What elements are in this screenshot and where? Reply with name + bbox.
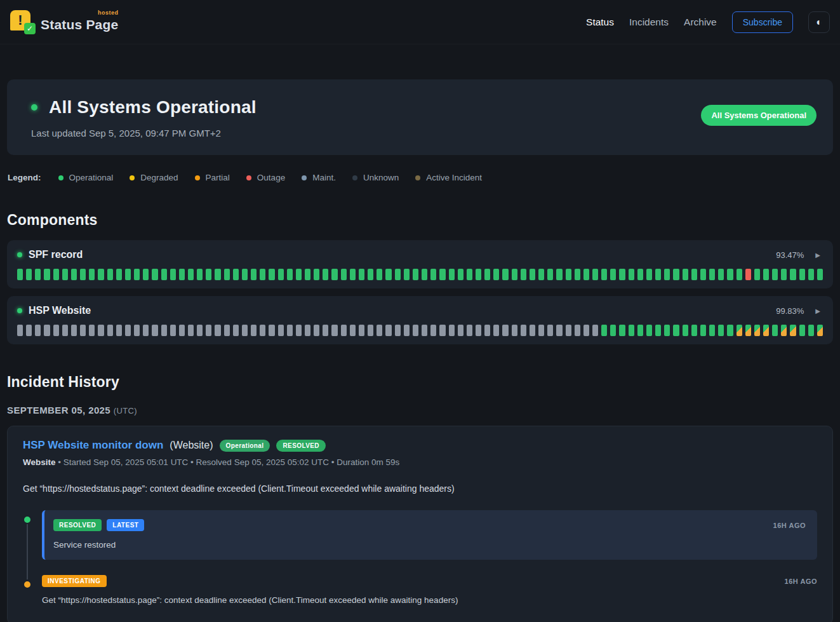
- uptime-bar[interactable]: [547, 269, 553, 280]
- uptime-bar[interactable]: [179, 325, 185, 336]
- uptime-bar[interactable]: [575, 325, 580, 336]
- uptime-bar[interactable]: [718, 269, 724, 280]
- uptime-bar[interactable]: [242, 269, 248, 280]
- uptime-bar[interactable]: [727, 269, 733, 280]
- uptime-bar[interactable]: [278, 325, 284, 336]
- uptime-bar[interactable]: [323, 325, 328, 336]
- uptime-bar[interactable]: [197, 325, 203, 336]
- uptime-bar[interactable]: [754, 325, 760, 336]
- uptime-bar[interactable]: [476, 269, 481, 280]
- uptime-bar[interactable]: [700, 325, 706, 336]
- uptime-bar[interactable]: [395, 325, 401, 336]
- uptime-bar[interactable]: [341, 269, 347, 280]
- uptime-bar[interactable]: [691, 269, 697, 280]
- nav-link-incidents[interactable]: Incidents: [629, 17, 669, 28]
- uptime-bar[interactable]: [404, 325, 410, 336]
- uptime-bar[interactable]: [655, 325, 661, 336]
- uptime-bar[interactable]: [143, 269, 149, 280]
- uptime-bar[interactable]: [242, 325, 248, 336]
- uptime-bar[interactable]: [655, 269, 661, 280]
- uptime-bar[interactable]: [251, 325, 257, 336]
- uptime-bar[interactable]: [404, 269, 410, 280]
- uptime-bar[interactable]: [89, 325, 95, 336]
- theme-toggle-button[interactable]: ◐: [808, 11, 830, 33]
- uptime-bar[interactable]: [17, 269, 23, 280]
- uptime-bar[interactable]: [278, 269, 284, 280]
- uptime-bar[interactable]: [646, 269, 652, 280]
- uptime-bar[interactable]: [287, 325, 293, 336]
- uptime-bar[interactable]: [754, 269, 760, 280]
- uptime-bar[interactable]: [467, 325, 472, 336]
- uptime-bar[interactable]: [449, 325, 455, 336]
- uptime-bar[interactable]: [188, 269, 194, 280]
- uptime-bar[interactable]: [385, 269, 391, 280]
- uptime-bar[interactable]: [592, 325, 598, 336]
- uptime-bar[interactable]: [422, 269, 427, 280]
- uptime-bar[interactable]: [610, 325, 616, 336]
- uptime-bar[interactable]: [521, 325, 526, 336]
- uptime-bar[interactable]: [799, 269, 805, 280]
- uptime-bar[interactable]: [637, 325, 643, 336]
- uptime-bar[interactable]: [763, 269, 769, 280]
- uptime-bar[interactable]: [179, 269, 185, 280]
- uptime-bar[interactable]: [26, 325, 32, 336]
- uptime-bar[interactable]: [152, 269, 157, 280]
- uptime-bar[interactable]: [359, 269, 364, 280]
- uptime-bar[interactable]: [610, 269, 616, 280]
- nav-link-status[interactable]: Status: [586, 17, 614, 28]
- uptime-bar[interactable]: [215, 269, 220, 280]
- uptime-bar[interactable]: [224, 325, 230, 336]
- uptime-bar[interactable]: [530, 325, 535, 336]
- uptime-bar[interactable]: [737, 269, 742, 280]
- uptime-bar[interactable]: [377, 325, 382, 336]
- uptime-bar[interactable]: [691, 325, 697, 336]
- uptime-bar[interactable]: [413, 325, 418, 336]
- uptime-bar[interactable]: [98, 325, 103, 336]
- uptime-bar[interactable]: [601, 269, 607, 280]
- uptime-bar[interactable]: [116, 325, 122, 336]
- uptime-bar[interactable]: [566, 269, 571, 280]
- uptime-bar[interactable]: [566, 325, 571, 336]
- uptime-bar[interactable]: [296, 325, 302, 336]
- uptime-bar[interactable]: [35, 269, 41, 280]
- uptime-bar[interactable]: [808, 269, 814, 280]
- uptime-bar[interactable]: [619, 325, 625, 336]
- uptime-bar[interactable]: [251, 269, 257, 280]
- uptime-bar[interactable]: [772, 269, 778, 280]
- uptime-bar[interactable]: [170, 269, 176, 280]
- uptime-bar[interactable]: [26, 269, 32, 280]
- uptime-bar[interactable]: [439, 269, 445, 280]
- uptime-bar[interactable]: [62, 269, 68, 280]
- uptime-bar[interactable]: [458, 325, 463, 336]
- uptime-bar[interactable]: [449, 269, 455, 280]
- uptime-bar[interactable]: [583, 269, 589, 280]
- uptime-bar[interactable]: [430, 325, 436, 336]
- uptime-bar[interactable]: [512, 269, 517, 280]
- uptime-bar[interactable]: [493, 269, 499, 280]
- uptime-bar[interactable]: [44, 325, 50, 336]
- chevron-right-icon[interactable]: ▶: [815, 252, 820, 259]
- nav-link-archive[interactable]: Archive: [684, 17, 717, 28]
- uptime-bar[interactable]: [538, 325, 544, 336]
- uptime-bar[interactable]: [484, 269, 490, 280]
- uptime-bar[interactable]: [664, 269, 670, 280]
- uptime-bar[interactable]: [125, 325, 131, 336]
- uptime-bar[interactable]: [44, 269, 50, 280]
- uptime-bar[interactable]: [502, 269, 508, 280]
- uptime-bar[interactable]: [538, 269, 544, 280]
- uptime-bar[interactable]: [161, 325, 167, 336]
- uptime-bar[interactable]: [269, 325, 274, 336]
- uptime-bar[interactable]: [781, 269, 787, 280]
- uptime-bar[interactable]: [817, 325, 823, 336]
- uptime-bar[interactable]: [287, 269, 293, 280]
- uptime-bar[interactable]: [718, 325, 724, 336]
- uptime-bar[interactable]: [458, 269, 463, 280]
- uptime-bar[interactable]: [619, 269, 625, 280]
- uptime-bar[interactable]: [197, 269, 203, 280]
- uptime-bar[interactable]: [206, 325, 211, 336]
- uptime-bar[interactable]: [385, 325, 391, 336]
- uptime-bar[interactable]: [314, 269, 319, 280]
- uptime-bar[interactable]: [629, 269, 634, 280]
- uptime-bar[interactable]: [350, 325, 356, 336]
- uptime-bar[interactable]: [269, 269, 274, 280]
